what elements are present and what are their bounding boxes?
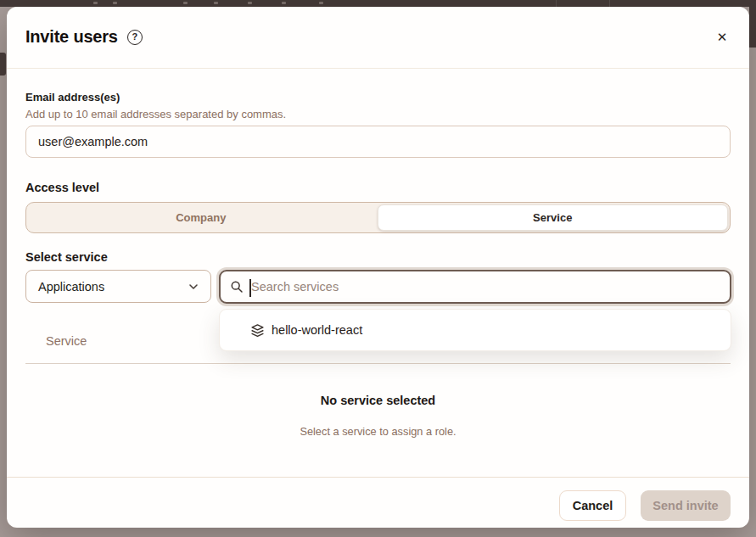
topbar-divider: [556, 0, 557, 7]
modal-header: Invite users ?: [25, 27, 143, 47]
search-results-dropdown: hello-world-react: [219, 309, 731, 351]
footer-divider: [7, 477, 749, 478]
modal-title: Invite users: [25, 27, 118, 47]
service-type-select[interactable]: Applications: [25, 270, 211, 303]
help-icon[interactable]: ?: [127, 30, 143, 45]
service-search-input[interactable]: [221, 271, 730, 302]
cancel-button[interactable]: Cancel: [559, 490, 626, 521]
topbar-text-fragment: [282, 2, 286, 4]
email-helper-text: Add up to 10 email addresses separated b…: [25, 108, 286, 120]
table-divider: [25, 363, 731, 364]
stack-icon: [250, 323, 265, 338]
service-result-item[interactable]: hello-world-react: [220, 310, 731, 350]
page-logo-fragment: [0, 53, 6, 76]
access-level-segmented-control: Company Service: [25, 202, 731, 233]
send-invite-button[interactable]: Send invite: [641, 490, 731, 521]
select-service-label: Select service: [25, 250, 108, 264]
topbar-text-fragment: [319, 2, 323, 4]
email-field[interactable]: [25, 126, 731, 158]
invite-users-modal: Invite users ? ✕ Email address(es) Add u…: [7, 7, 749, 528]
access-level-label: Access level: [25, 181, 99, 194]
close-icon[interactable]: ✕: [712, 27, 732, 48]
service-result-name: hello-world-react: [272, 323, 362, 337]
empty-state-title: No service selected: [7, 394, 749, 407]
topbar-text-fragment: [248, 2, 252, 4]
text-cursor: [249, 279, 251, 297]
topbar-text-fragment: [93, 2, 98, 4]
topbar-divider: [609, 0, 610, 7]
service-type-value: Applications: [38, 280, 104, 294]
email-label: Email address(es): [25, 91, 120, 103]
segment-service[interactable]: Service: [378, 204, 729, 231]
page-top-nav-bar-edge: [749, 0, 756, 48]
service-search-box: [219, 270, 731, 304]
header-divider: [7, 68, 749, 69]
empty-state-subtitle: Select a service to assign a role.: [7, 425, 749, 438]
page-top-nav-bar: [0, 0, 756, 7]
segment-company[interactable]: Company: [26, 203, 376, 232]
chevron-down-icon: [187, 280, 200, 294]
topbar-text-fragment: [113, 2, 117, 4]
service-column-header: Service: [46, 334, 87, 348]
topbar-text-fragment: [183, 2, 188, 4]
topbar-text-fragment: [214, 2, 218, 4]
